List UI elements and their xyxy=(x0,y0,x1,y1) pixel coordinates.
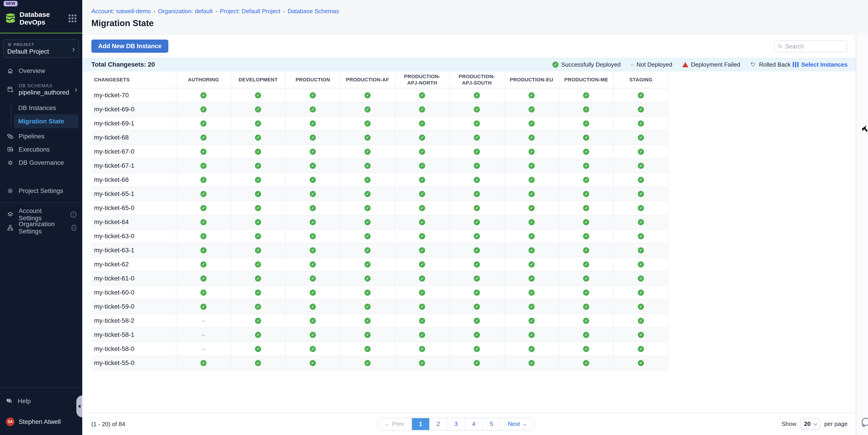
status-cell: – xyxy=(176,342,231,356)
add-new-db-instance-button[interactable]: Add New DB Instance xyxy=(91,39,168,53)
page-button-2[interactable]: 2 xyxy=(429,418,447,430)
status-cell: ✓ xyxy=(340,300,395,314)
not-deployed-dash-icon: – xyxy=(202,317,205,324)
status-cell: ✓ xyxy=(285,159,340,173)
success-check-icon: ✓ xyxy=(365,191,371,197)
status-cell: ✓ xyxy=(176,257,231,271)
page-button-4[interactable]: 4 xyxy=(465,418,483,430)
sidebar-item-db-instances[interactable]: DB Instances xyxy=(14,102,82,114)
success-check-icon: ✓ xyxy=(310,134,316,141)
app-switcher-grid-icon[interactable] xyxy=(69,14,76,22)
success-check-icon: ✓ xyxy=(200,247,207,253)
app-title: Database DevOps xyxy=(20,11,69,26)
page-button-3[interactable]: 3 xyxy=(447,418,465,430)
status-cell: ✓ xyxy=(614,187,668,201)
status-cell: ✓ xyxy=(614,314,668,328)
success-check-icon: ✓ xyxy=(255,120,261,127)
success-check-icon: ✓ xyxy=(365,120,371,127)
status-cell: ✓ xyxy=(231,215,286,229)
project-label: PROJECT xyxy=(13,42,34,47)
breadcrumb-project-link[interactable]: Project: Default Project xyxy=(220,8,280,15)
status-cell: ✓ xyxy=(395,201,450,215)
page-button-1[interactable]: 1 xyxy=(411,418,429,430)
sidebar-item-organization-settings[interactable]: Organization Settings i xyxy=(0,221,82,234)
success-check-icon: ✓ xyxy=(474,346,480,352)
user-menu[interactable]: SA Stephen Atwell xyxy=(0,414,82,429)
prev-page-button[interactable]: ← Prev xyxy=(377,418,411,430)
project-selector[interactable]: PROJECT Default Project › xyxy=(3,39,79,58)
chevron-right-icon: › xyxy=(154,8,155,14)
sidebar-item-help[interactable]: ? Help xyxy=(0,395,82,408)
success-check-icon: ✓ xyxy=(638,304,644,310)
status-cell: ✓ xyxy=(285,102,340,116)
success-check-icon: ✓ xyxy=(474,163,480,169)
changeset-name: my-ticket-69-0 xyxy=(91,102,176,116)
breadcrumb-account-link[interactable]: Account: satwell-demo xyxy=(91,8,151,15)
changeset-name: my-ticket-65-1 xyxy=(91,187,176,201)
success-check-icon: ✓ xyxy=(419,275,425,282)
next-page-button[interactable]: Next → xyxy=(500,418,535,430)
status-cell: ✓ xyxy=(340,116,395,130)
status-cell: ✓ xyxy=(176,187,231,201)
success-check-icon: ✓ xyxy=(365,275,371,282)
status-cell: ✓ xyxy=(176,159,231,173)
info-icon[interactable]: i xyxy=(71,225,76,231)
status-cell: ✓ xyxy=(285,243,340,257)
search-box[interactable] xyxy=(774,40,847,52)
success-check-icon: ✓ xyxy=(310,163,316,169)
breadcrumb-database-schemas-link[interactable]: Database Schemas xyxy=(287,8,339,15)
org-chart-icon xyxy=(7,224,13,231)
sidebar-item-db-governance[interactable]: DB Governance xyxy=(0,156,82,169)
help-chat-icon: ? xyxy=(6,398,13,405)
table-row: my-ticket-58-0–✓✓✓✓✓✓✓✓ xyxy=(91,342,668,356)
success-check-icon: ✓ xyxy=(474,134,480,141)
status-cell: ✓ xyxy=(614,342,668,356)
status-cell: ✓ xyxy=(176,243,231,257)
success-check-icon: ✓ xyxy=(419,233,425,239)
collapse-arrow-icon xyxy=(78,405,81,408)
sidebar-item-label: Pipelines xyxy=(19,133,44,140)
status-cell: ✓ xyxy=(231,229,286,243)
sidebar-item-db-schemas[interactable]: DB SCHEMAS pipeline_authored › xyxy=(0,80,82,99)
page-size-select[interactable]: 20 xyxy=(800,418,820,430)
status-cell: ✓ xyxy=(231,314,286,328)
support-chat-icon[interactable] xyxy=(860,416,868,429)
select-instances-button[interactable]: Select Instances xyxy=(793,61,847,68)
breadcrumb: Account: satwell-demo › Organization: de… xyxy=(91,8,868,15)
sidebar-item-account-settings[interactable]: Account Settings i xyxy=(0,208,82,221)
search-input[interactable] xyxy=(785,43,844,50)
per-page-control: Show 20 per page xyxy=(781,418,847,430)
pagination-pages: 12345 xyxy=(411,418,500,430)
sidebar-item-project-settings[interactable]: Project Settings xyxy=(0,184,82,197)
home-icon xyxy=(7,67,13,74)
sidebar-item-migration-state[interactable]: Migration State xyxy=(14,114,79,128)
changeset-name: my-ticket-68 xyxy=(91,130,176,145)
breadcrumb-organization-link[interactable]: Organization: default xyxy=(158,8,213,15)
success-check-icon: ✓ xyxy=(365,219,371,225)
status-cell: ✓ xyxy=(504,342,559,356)
success-check-icon: ✓ xyxy=(529,304,535,310)
status-cell: ✓ xyxy=(340,285,395,300)
sidebar-item-executions[interactable]: Executions xyxy=(0,143,82,156)
status-cell: ✓ xyxy=(285,314,340,328)
status-cell: ✓ xyxy=(340,271,395,285)
status-cell: ✓ xyxy=(176,215,231,229)
success-check-icon: ✓ xyxy=(200,219,207,225)
sidebar-bottom: ? Help SA Stephen Atwell xyxy=(0,382,82,435)
sidebar-item-pipelines[interactable]: Pipelines xyxy=(0,130,82,143)
show-label: Show xyxy=(781,421,796,428)
sidebar-item-label: Migration State xyxy=(18,118,64,125)
success-check-icon: ✓ xyxy=(365,360,371,366)
status-cell: ✓ xyxy=(559,173,614,187)
success-check-icon: ✓ xyxy=(583,233,589,239)
page-button-5[interactable]: 5 xyxy=(483,418,500,430)
success-check-icon: ✓ xyxy=(529,106,535,113)
success-check-icon: ✓ xyxy=(419,261,425,268)
info-icon[interactable]: i xyxy=(70,212,76,218)
sidebar-item-overview[interactable]: Overview xyxy=(0,64,82,77)
sidebar-collapse-handle[interactable] xyxy=(76,396,82,417)
success-check-icon: ✓ xyxy=(310,346,316,352)
success-check-icon: ✓ xyxy=(255,360,261,366)
status-cell: ✓ xyxy=(285,229,340,243)
success-check-icon: ✓ xyxy=(529,92,535,98)
